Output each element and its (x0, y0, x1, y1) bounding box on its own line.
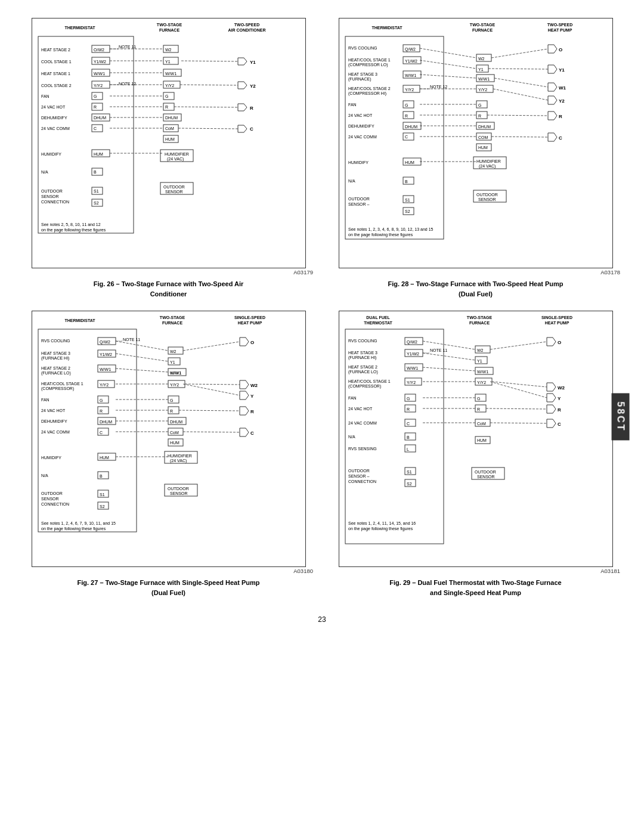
svg-text:Y/Y2: Y/Y2 (100, 383, 109, 387)
svg-text:HEAT STAGE 2: HEAT STAGE 2 (41, 48, 70, 52)
svg-marker-362 (547, 394, 556, 402)
svg-text:CONNECTION: CONNECTION (41, 200, 69, 204)
svg-text:R: R (407, 407, 410, 411)
svg-text:NOTE 12: NOTE 12 (430, 85, 447, 89)
svg-marker-358 (547, 337, 556, 346)
svg-text:RVS SENSING: RVS SENSING (348, 447, 377, 451)
svg-text:SENSOR: SENSOR (477, 475, 495, 479)
svg-text:G: G (170, 398, 173, 402)
svg-text:See notes 2, 5, 8, 10, 11 and : See notes 2, 5, 8, 10, 11 and 12 (41, 222, 101, 227)
svg-line-289 (179, 410, 240, 411)
svg-text:CoM: CoM (477, 422, 486, 426)
svg-text:See notes 1, 2, 3, 4, 6, 8, 9,: See notes 1, 2, 3, 4, 6, 8, 9, 10, 12, 1… (348, 227, 434, 231)
svg-text:HUMIDIFIER: HUMIDIFIER (476, 159, 501, 163)
svg-text:W2: W2 (170, 349, 177, 354)
svg-text:DEHUMIDIFY: DEHUMIDIFY (41, 419, 67, 423)
svg-text:(COMPRESSOR): (COMPRESSOR) (348, 384, 381, 389)
svg-text:W2: W2 (558, 385, 565, 391)
svg-text:OUTDOOR: OUTDOOR (41, 189, 63, 193)
svg-text:S2: S2 (407, 482, 412, 486)
svg-line-179 (420, 75, 476, 78)
figure-27: THERMIDISTAT TWO-STAGE FURNACE SINGLE-SP… (24, 311, 313, 597)
svg-text:DHUM: DHUM (94, 116, 106, 120)
svg-text:24 VAC HOT: 24 VAC HOT (41, 105, 66, 109)
svg-text:RVS COOLING: RVS COOLING (348, 339, 377, 343)
svg-text:RVS COOLING: RVS COOLING (41, 339, 70, 343)
svg-text:FURNACE: FURNACE (472, 28, 493, 32)
svg-line-88 (181, 61, 238, 61)
svg-text:G: G (478, 103, 481, 107)
fig26-number: A03179 (293, 269, 313, 275)
svg-text:HEAT/COOL STAGE 1: HEAT/COOL STAGE 1 (41, 382, 83, 386)
svg-text:OUTDOOR: OUTDOOR (475, 470, 496, 474)
svg-rect-299 (345, 329, 444, 544)
svg-text:G: G (405, 103, 408, 107)
svg-text:HUM: HUM (165, 137, 175, 141)
svg-text:HEAT/COOL STAGE 2: HEAT/COOL STAGE 2 (348, 86, 391, 91)
svg-text:Y1: Y1 (165, 60, 171, 64)
svg-text:G: G (407, 397, 410, 401)
svg-text:on the page following these fi: on the page following these figures (41, 228, 106, 233)
svg-text:Y2: Y2 (250, 83, 256, 89)
svg-text:CoM: CoM (170, 431, 179, 435)
svg-text:L: L (407, 447, 409, 451)
svg-text:SINGLE-SPEED: SINGLE-SPEED (234, 315, 265, 320)
svg-text:Y1: Y1 (170, 360, 175, 364)
svg-marker-75 (238, 104, 247, 111)
svg-text:NOTE 12: NOTE 12 (119, 82, 136, 86)
svg-marker-366 (547, 419, 556, 428)
svg-text:N/A: N/A (348, 435, 355, 439)
svg-text:HEAT STAGE 2: HEAT STAGE 2 (41, 366, 70, 370)
svg-text:W/W1: W/W1 (165, 72, 177, 76)
svg-text:OUTDOOR: OUTDOOR (348, 197, 370, 201)
svg-line-190 (487, 115, 548, 116)
svg-text:W2: W2 (477, 348, 484, 352)
svg-line-278 (116, 354, 168, 361)
svg-line-191 (491, 137, 548, 137)
svg-text:R: R (250, 106, 253, 111)
svg-text:HUM: HUM (100, 456, 109, 460)
svg-text:24 VAC COMM: 24 VAC COMM (41, 126, 70, 131)
svg-marker-360 (547, 383, 556, 391)
svg-text:Y: Y (558, 396, 561, 401)
svg-marker-275 (240, 428, 249, 436)
svg-text:R: R (405, 114, 408, 118)
svg-text:NOTE 11: NOTE 11 (119, 45, 136, 49)
svg-text:24 VAC COMM: 24 VAC COMM (41, 430, 70, 434)
svg-text:TWO-SPEED: TWO-SPEED (547, 23, 572, 27)
svg-text:THERMOSTAT: THERMOSTAT (364, 321, 392, 325)
svg-text:C: C (558, 422, 561, 427)
svg-line-379 (490, 423, 547, 423)
svg-text:Y2: Y2 (559, 98, 565, 104)
svg-line-287 (185, 384, 240, 385)
svg-text:(24 VAC): (24 VAC) (167, 157, 184, 162)
svg-line-277 (116, 341, 168, 351)
svg-marker-267 (240, 337, 249, 346)
svg-text:R: R (477, 407, 480, 411)
svg-text:G: G (94, 94, 97, 98)
svg-text:See notes 1, 2, 4, 6, 7, 9, 10: See notes 1, 2, 4, 6, 7, 9, 10, 11, and … (41, 521, 116, 525)
fig29-caption: Fig. 29 – Dual Fuel Thermostat with Two-… (389, 578, 561, 597)
svg-text:HUM: HUM (478, 145, 488, 150)
svg-text:S2: S2 (405, 209, 410, 213)
svg-text:S1: S1 (94, 189, 99, 193)
svg-marker-364 (547, 405, 556, 413)
svg-text:HEAT STAGE 2: HEAT STAGE 2 (348, 365, 377, 369)
svg-text:B: B (100, 474, 103, 478)
svg-text:W/W1: W/W1 (100, 367, 111, 371)
fig28-caption: Fig. 28 – Two-Stage Furnace with Two-Spe… (388, 279, 563, 299)
svg-marker-71 (238, 58, 247, 65)
svg-text:(FURNACE LO): (FURNACE LO) (348, 370, 378, 374)
svg-text:HEAT PUMP: HEAT PUMP (544, 321, 569, 325)
svg-text:HEAT STAGE 3: HEAT STAGE 3 (348, 351, 377, 355)
svg-text:on the page following these fi: on the page following these figures (348, 527, 413, 531)
fig26-svg: THERMIDISTAT TWO-STAGE FURNACE TWO-SPEED… (32, 18, 306, 268)
svg-text:W1: W1 (559, 85, 566, 91)
svg-text:DHUM: DHUM (170, 420, 182, 424)
svg-text:Y1/W2: Y1/W2 (405, 59, 417, 63)
fig29-number: A03181 (600, 568, 620, 574)
svg-line-177 (420, 48, 476, 58)
svg-text:THERMIDISTAT: THERMIDISTAT (371, 26, 402, 30)
svg-text:(24 VAC): (24 VAC) (170, 459, 187, 463)
svg-text:C: C (407, 422, 410, 426)
